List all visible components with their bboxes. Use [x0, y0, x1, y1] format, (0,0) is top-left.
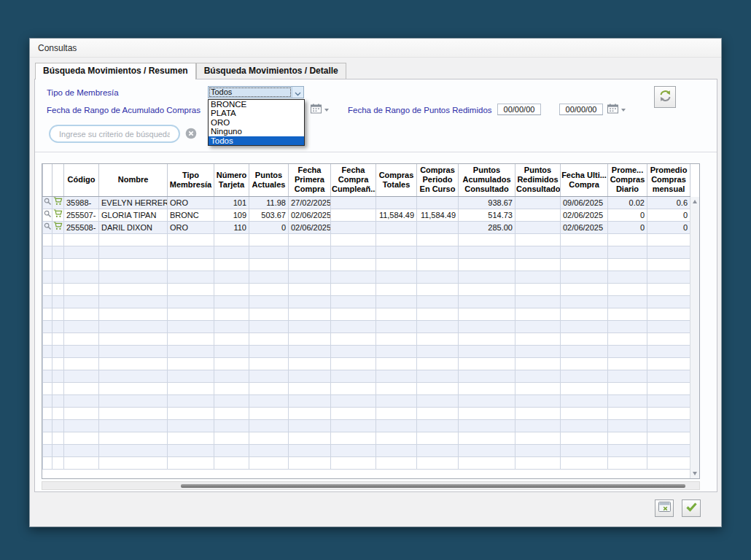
- horizontal-scroll-thumb[interactable]: [181, 484, 685, 488]
- fecha-redimidos-hasta-field[interactable]: [559, 104, 603, 115]
- dropdown-option-plata[interactable]: PLATA: [209, 109, 304, 117]
- cell-fecha-ultima: 09/06/2025: [561, 196, 608, 209]
- chevron-down-icon: [295, 86, 301, 99]
- col-nombre[interactable]: Nombre: [99, 164, 168, 196]
- empty-row: [43, 246, 690, 258]
- lookup-cell[interactable]: [43, 196, 52, 209]
- cell-fecha-ultima: 02/06/2025: [561, 209, 608, 221]
- lookup-cell[interactable]: [43, 221, 52, 233]
- empty-row: [43, 456, 690, 469]
- empty-row: [43, 332, 690, 345]
- table-row[interactable]: 35988- EVELYN HERRERA ORO 101 11.98 27/0…: [43, 196, 690, 209]
- magnifier-icon: [44, 211, 52, 219]
- combo-dropdown-button[interactable]: [292, 87, 303, 98]
- search-input[interactable]: [49, 125, 180, 143]
- col-promedio-mensual[interactable]: Promedio Compras mensual: [647, 164, 690, 196]
- cell-puntos-acumulados: 285.00: [459, 221, 515, 233]
- cell-compras-totales: [376, 196, 417, 209]
- cell-compras-periodo: 11,584.49: [417, 209, 459, 221]
- empty-row: [43, 394, 690, 407]
- cell-tarjeta: 110: [214, 221, 249, 233]
- consultas-window: Consultas Búsqueda Movimientos / Resumen…: [29, 38, 722, 527]
- tab-busqueda-resumen[interactable]: Búsqueda Movimientos / Resumen: [35, 63, 196, 79]
- cell-codigo: 35988-: [64, 196, 99, 209]
- cell-cumple: [331, 221, 376, 233]
- tab-strip: Búsqueda Movimientos / ResumenBúsqueda M…: [35, 63, 346, 79]
- empty-row: [43, 258, 690, 271]
- empty-row: [43, 271, 690, 283]
- scroll-up-icon[interactable]: [693, 200, 697, 203]
- empty-row: [43, 419, 690, 432]
- horizontal-scrollbar[interactable]: [42, 481, 700, 490]
- cell-tipo: BRONC: [168, 209, 214, 221]
- dropdown-option-bronce[interactable]: BRONCE: [209, 100, 304, 109]
- tipo-membresia-combobox[interactable]: Todos: [208, 86, 304, 98]
- empty-row: [43, 382, 690, 394]
- empty-row: [43, 320, 690, 332]
- grid-body: 35988- EVELYN HERRERA ORO 101 11.98 27/0…: [43, 196, 690, 469]
- cell-cumple: [331, 209, 376, 221]
- cell-puntos: 11.98: [249, 196, 289, 209]
- cell-nombre: EVELYN HERRERA: [99, 196, 168, 209]
- results-grid: Código Nombre Tipo Membresía Número Tarj…: [42, 163, 700, 479]
- cell-fecha-primera: 02/06/2025: [289, 221, 331, 233]
- dropdown-option-todos[interactable]: Todos: [209, 136, 304, 145]
- cart-cell[interactable]: [52, 196, 64, 209]
- close-form-button[interactable]: [655, 499, 674, 517]
- scroll-down-icon[interactable]: [693, 472, 697, 475]
- magnifier-icon: [44, 198, 52, 207]
- cell-puntos: 503.67: [249, 209, 289, 221]
- col-codigo[interactable]: Código: [64, 164, 99, 196]
- cell-puntos-acumulados: 938.67: [459, 196, 515, 209]
- empty-row: [43, 407, 690, 419]
- cell-nombre: DARIL DIXON: [99, 221, 168, 233]
- col-fecha-primera-compra[interactable]: Fecha Primera Compra: [289, 164, 331, 196]
- empty-row: [43, 283, 690, 295]
- cell-tipo: ORO: [168, 196, 214, 209]
- membresia-dropdown-list: BRONCE PLATA ORO Ninguno Todos: [208, 99, 305, 146]
- col-tipo-membresia[interactable]: Tipo Membresía: [168, 164, 214, 196]
- dropdown-option-oro[interactable]: ORO: [209, 118, 304, 127]
- tab-busqueda-detalle[interactable]: Búsqueda Movimientos / Detalle: [196, 63, 346, 79]
- tipo-membresia-label: Tipo de Membresía: [47, 88, 119, 97]
- cart-icon: [53, 198, 63, 207]
- cell-prom-diario: 0: [608, 209, 647, 221]
- cell-compras-totales: [376, 221, 417, 233]
- calendar-acumulado-button[interactable]: [311, 104, 331, 115]
- cell-tarjeta: 101: [214, 196, 249, 209]
- clear-search-button[interactable]: [185, 128, 197, 139]
- col-compras-periodo[interactable]: Compras Periodo En Curso: [417, 164, 459, 196]
- filter-section: Tipo de Membresía Todos Fecha de Rango d…: [35, 79, 717, 152]
- close-window-icon: [658, 502, 671, 515]
- empty-row: [43, 370, 690, 382]
- col-numero-tarjeta[interactable]: Número Tarjeta: [214, 164, 249, 196]
- col-fecha-ultima-compra[interactable]: Fecha Ulti... Compra: [561, 164, 608, 196]
- calendar-redimidos-button[interactable]: [607, 104, 628, 115]
- cell-nombre: GLORIA TIPAN: [99, 209, 168, 221]
- calendar-icon: [311, 104, 322, 117]
- lookup-cell[interactable]: [43, 209, 52, 221]
- empty-row: [43, 295, 690, 308]
- col-compras-totales[interactable]: Compras Totales: [376, 164, 417, 196]
- checkmark-icon: [685, 502, 698, 515]
- col-promedio-diario[interactable]: Prome... Compras Diario: [608, 164, 647, 196]
- refresh-icon: [658, 89, 672, 106]
- cart-cell[interactable]: [52, 221, 64, 233]
- table-row[interactable]: 255507- GLORIA TIPAN BRONC 109 503.67 02…: [43, 209, 690, 221]
- fecha-redimidos-desde-field[interactable]: [497, 104, 541, 115]
- cell-prom-mensual: 0: [647, 221, 690, 233]
- col-fecha-compra-cumple[interactable]: Fecha Compra Cumpleañ...: [331, 164, 376, 196]
- cart-cell[interactable]: [52, 209, 64, 221]
- empty-row: [43, 233, 690, 246]
- col-puntos-actuales[interactable]: Puntos Actuales: [249, 164, 289, 196]
- vertical-scrollbar[interactable]: [690, 197, 699, 478]
- dropdown-option-ninguno[interactable]: Ninguno: [209, 127, 304, 136]
- refresh-button[interactable]: [654, 86, 676, 108]
- table-row[interactable]: 255508- DARIL DIXON ORO 110 0 02/06/2025…: [43, 221, 690, 233]
- accept-button[interactable]: [682, 499, 701, 517]
- col-puntos-redimidos[interactable]: Puntos Redimidos Consultado: [515, 164, 561, 196]
- results-table: Código Nombre Tipo Membresía Número Tarj…: [42, 164, 690, 470]
- col-puntos-acumulados[interactable]: Puntos Acumulados Consultado: [459, 164, 515, 196]
- cell-tipo: ORO: [168, 221, 214, 233]
- cell-fecha-primera: 27/02/2025: [289, 196, 331, 209]
